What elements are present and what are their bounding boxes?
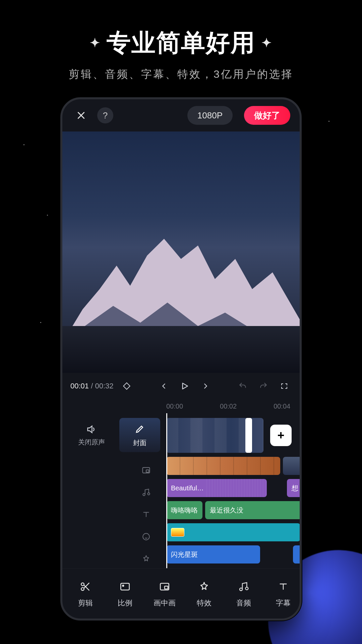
text-track[interactable]: 嗨咯嗨咯 最近很久没 — [166, 501, 300, 519]
edit-icon — [135, 424, 145, 434]
scissors-icon — [80, 579, 91, 594]
bottom-toolbar: 剪辑 比例 画中画 特效 音频 字幕 贴 — [62, 568, 300, 619]
playhead[interactable] — [166, 413, 167, 568]
pip-icon — [159, 579, 170, 594]
audio-clip[interactable]: 想 — [287, 479, 300, 497]
effect-clip[interactable] — [293, 545, 300, 564]
add-clip-button[interactable]: + — [270, 425, 292, 446]
svg-rect-9 — [121, 583, 129, 590]
play-icon[interactable] — [177, 379, 192, 393]
svg-point-10 — [122, 585, 124, 586]
playback-controls: 00:01 / 00:32 — [62, 373, 300, 399]
effect-clip[interactable]: 闪光星斑 — [166, 545, 260, 564]
phone-frame: ? 1080P 做好了 00:01 / 00:32 — [60, 97, 302, 621]
keyframe-icon[interactable] — [119, 379, 134, 393]
sticker-track-icon[interactable] — [136, 530, 156, 543]
sticker-track[interactable] — [166, 523, 300, 541]
video-clip[interactable] — [166, 418, 263, 453]
text-track-icon[interactable] — [136, 508, 156, 521]
audio-track[interactable]: Beautiful… 想 — [166, 479, 300, 497]
help-button[interactable]: ? — [97, 107, 113, 123]
svg-rect-4 — [146, 470, 149, 472]
close-icon[interactable] — [72, 106, 90, 125]
undo-icon[interactable] — [235, 379, 250, 393]
svg-point-6 — [143, 533, 149, 540]
next-frame-icon[interactable] — [198, 379, 213, 393]
effect-track[interactable]: 闪光星斑 — [166, 545, 300, 564]
audio-track-icon[interactable] — [136, 486, 156, 499]
audio-clip[interactable]: Beautiful… — [166, 479, 267, 497]
star-icon — [198, 579, 210, 594]
sticker-clip[interactable] — [166, 523, 300, 541]
text-clip[interactable]: 嗨咯嗨咯 — [166, 501, 202, 519]
pip-clip[interactable] — [166, 457, 280, 475]
topbar: ? 1080P 做好了 — [62, 99, 300, 131]
preview-foothills — [62, 326, 300, 373]
timeline-left-column: 关闭原声 封面 — [62, 413, 166, 568]
pip-clip[interactable] — [283, 457, 300, 475]
ruler-tick: 00:04 — [274, 402, 290, 410]
ruler-tick: 00:02 — [220, 402, 237, 410]
tool-effects[interactable]: 特效 — [184, 579, 224, 608]
text-icon — [278, 579, 289, 594]
cover-button[interactable]: 封面 — [119, 418, 160, 452]
timeline-ruler[interactable]: 00:00 00:02 00:04 — [62, 399, 300, 413]
svg-rect-12 — [165, 586, 168, 589]
timeline-tracks[interactable]: + Beautiful… 想 嗨咯嗨咯 最近很久没 闪光星斑 — [166, 413, 300, 568]
redo-icon[interactable] — [256, 379, 271, 393]
music-icon — [238, 579, 249, 594]
mute-button[interactable]: 关闭原声 — [71, 418, 112, 452]
tool-ratio[interactable]: 比例 — [105, 579, 145, 608]
fullscreen-icon[interactable] — [277, 379, 292, 393]
svg-point-13 — [245, 587, 248, 590]
sparkle-icon: ✦ — [261, 36, 272, 50]
track-type-icons — [62, 457, 166, 566]
video-track[interactable]: + — [166, 418, 300, 453]
text-clip[interactable]: 最近很久没 — [205, 501, 300, 519]
time-current: 00:01 / 00:32 — [70, 382, 113, 390]
resolution-button[interactable]: 1080P — [187, 106, 233, 125]
tool-audio[interactable]: 音频 — [224, 579, 263, 608]
pip-track[interactable] — [166, 457, 300, 475]
clip-handle[interactable] — [245, 418, 252, 453]
sticker-thumb — [171, 528, 184, 537]
tool-subtitle[interactable]: 字幕 — [263, 579, 302, 608]
timeline: 关闭原声 封面 — [62, 413, 300, 568]
aspect-ratio-icon — [119, 579, 131, 594]
video-preview[interactable] — [62, 131, 300, 373]
prev-frame-icon[interactable] — [157, 379, 171, 393]
pip-track-icon[interactable] — [136, 464, 156, 477]
done-button[interactable]: 做好了 — [244, 106, 290, 125]
ruler-tick: 00:00 — [166, 402, 183, 410]
tool-edit[interactable]: 剪辑 — [66, 579, 105, 608]
sparkle-icon: ✦ — [90, 36, 101, 50]
tool-pip[interactable]: 画中画 — [145, 579, 184, 608]
effect-track-icon[interactable] — [136, 552, 156, 566]
